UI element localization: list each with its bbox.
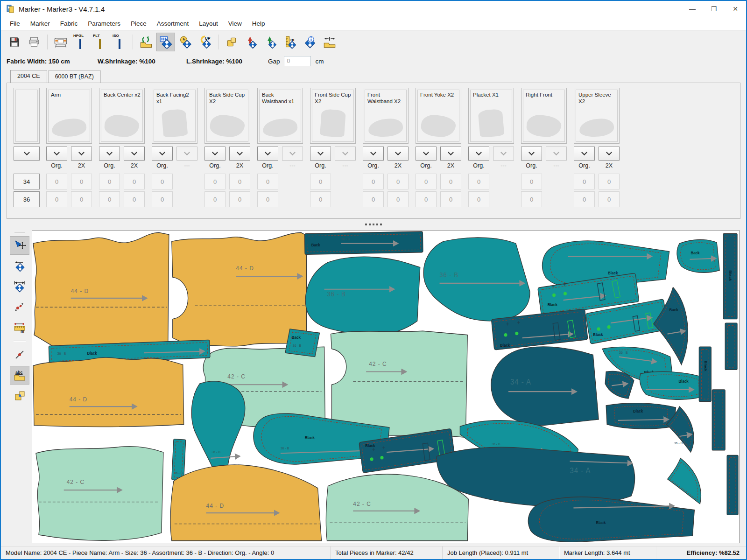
quantity-cell[interactable]: 0 (599, 191, 620, 207)
quantity-cell[interactable]: 0 (388, 174, 409, 189)
org-dropdown[interactable] (468, 147, 489, 161)
piece-preview[interactable]: Back Center x2 (99, 88, 145, 144)
menu-item-help[interactable]: Help (247, 17, 270, 31)
piece-preview[interactable]: Upper Sleeve X2 (574, 88, 620, 144)
quantity-cell[interactable]: 0 (468, 174, 489, 189)
quantity-cell[interactable]: 0 (71, 191, 92, 207)
plt-button[interactable]: PLT (91, 33, 109, 51)
pattern-piece[interactable] (606, 403, 676, 429)
select-move-tool[interactable] (10, 236, 29, 255)
org-dropdown[interactable] (46, 147, 67, 161)
quantity-cell[interactable]: 0 (204, 174, 226, 189)
quantity-cell[interactable]: 0 (599, 174, 620, 189)
quantity-cell[interactable]: 0 (310, 174, 331, 189)
quantity-cell[interactable]: 0 (124, 191, 145, 207)
overlap-tool[interactable] (10, 386, 29, 405)
quantity-cell[interactable]: 0 (416, 174, 437, 189)
piece-preview[interactable]: Right Front (521, 88, 567, 144)
x2-dropdown[interactable] (229, 147, 250, 161)
piece-preview[interactable]: Front Side Cup X2 (310, 88, 356, 144)
menu-item-parameters[interactable]: Parameters (83, 17, 126, 31)
piece-preview[interactable]: Back Waistband x1 (257, 88, 303, 144)
marker-width-button[interactable] (320, 33, 339, 51)
measure-button[interactable]: m (281, 33, 300, 51)
print-button[interactable] (25, 33, 43, 51)
copy-piece-button[interactable] (222, 33, 241, 51)
quantity-cell[interactable]: 0 (152, 174, 173, 189)
pattern-piece[interactable] (491, 347, 599, 426)
time-up-button[interactable]: UP (196, 33, 214, 51)
quantity-cell[interactable]: 0 (363, 174, 384, 189)
pattern-piece[interactable] (170, 465, 322, 541)
quantity-cell[interactable]: 0 (204, 191, 226, 207)
quantity-cell[interactable]: 0 (229, 191, 250, 207)
menu-item-assortment[interactable]: Assortment (152, 17, 194, 31)
gap-input[interactable] (284, 56, 311, 66)
quantity-cell[interactable]: 0 (229, 174, 250, 189)
x2-dropdown[interactable] (388, 147, 409, 161)
quantity-cell[interactable]: 0 (257, 174, 278, 189)
maximize-button[interactable]: ❐ (703, 1, 725, 17)
org-dropdown[interactable] (257, 147, 278, 161)
stretch-piece-tool[interactable] (10, 277, 29, 296)
pattern-piece[interactable] (699, 347, 711, 401)
pattern-piece[interactable] (725, 323, 737, 370)
piece-preview[interactable]: Front Waistband X2 (363, 88, 409, 144)
piece-preview[interactable]: Placket X1 (468, 88, 514, 144)
quantity-cell[interactable]: 0 (152, 191, 173, 207)
tab-6000-bt-baz-[interactable]: 6000 BT (BAZ) (48, 70, 101, 83)
org-dropdown[interactable] (152, 147, 173, 161)
plotter-button[interactable] (51, 33, 70, 51)
measure-tool[interactable]: m (10, 318, 29, 337)
tab-2004-ce[interactable]: 2004 CE (10, 70, 47, 83)
palette-handle[interactable] (14, 232, 25, 233)
close-button[interactable]: ✕ (725, 1, 746, 17)
org-dropdown[interactable] (521, 147, 542, 161)
move-up-green-button[interactable] (261, 33, 280, 51)
marker-view-button[interactable] (156, 33, 175, 51)
quantity-cell[interactable]: 0 (574, 174, 595, 189)
x2-dropdown[interactable] (71, 147, 92, 161)
quantity-cell[interactable]: 0 (257, 191, 278, 207)
x2-dropdown[interactable] (440, 147, 461, 161)
quantity-cell[interactable]: 0 (521, 191, 542, 207)
org-dropdown[interactable] (310, 147, 331, 161)
quantity-cell[interactable]: 0 (71, 174, 92, 189)
menu-item-fabric[interactable]: Fabric (55, 17, 83, 31)
hpgl-button[interactable]: HPGL (71, 33, 90, 51)
pattern-piece[interactable] (423, 238, 530, 321)
x2-dropdown[interactable] (124, 147, 145, 161)
pattern-piece[interactable] (191, 381, 245, 476)
pattern-piece[interactable] (528, 497, 694, 542)
quantity-cell[interactable]: 0 (46, 191, 67, 207)
piece-preview[interactable]: Arm (46, 88, 92, 144)
label-tool[interactable]: abc (10, 366, 29, 385)
move-up-red-button[interactable] (242, 33, 261, 51)
quantity-cell[interactable]: 0 (440, 191, 461, 207)
size-column-dropdown[interactable] (14, 147, 40, 161)
quantity-cell[interactable]: 0 (363, 191, 384, 207)
menu-item-layout[interactable]: Layout (194, 17, 223, 31)
quantity-cell[interactable]: 0 (440, 174, 461, 189)
org-dropdown[interactable] (363, 147, 384, 161)
quantity-cell[interactable]: 0 (99, 191, 120, 207)
quantity-cell[interactable]: 0 (416, 191, 437, 207)
move-piece-tool[interactable] (10, 257, 29, 275)
quantity-cell[interactable]: 0 (46, 174, 67, 189)
menu-item-view[interactable]: View (223, 17, 247, 31)
piece-preview[interactable]: Front Yoke X2 (416, 88, 461, 144)
org-dropdown[interactable] (204, 147, 226, 161)
pattern-piece[interactable] (172, 232, 307, 346)
quantity-cell[interactable]: 0 (124, 174, 145, 189)
line-tool[interactable] (10, 345, 29, 364)
quantity-cell[interactable]: 0 (310, 191, 331, 207)
pattern-piece[interactable] (36, 446, 163, 540)
org-dropdown[interactable] (99, 147, 120, 161)
quantity-cell[interactable]: 0 (388, 191, 409, 207)
pattern-piece[interactable] (33, 232, 169, 346)
quantity-cell[interactable]: 0 (468, 191, 489, 207)
panel-splitter[interactable] (1, 219, 746, 230)
pattern-piece[interactable] (305, 257, 420, 336)
pattern-piece[interactable] (33, 357, 184, 427)
piece-preview[interactable]: Back Facing2 x1 (152, 88, 197, 144)
